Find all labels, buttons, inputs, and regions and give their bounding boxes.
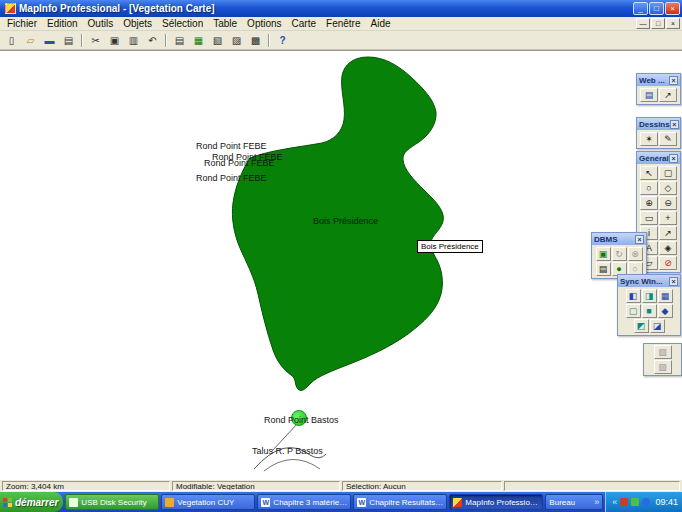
mdi-minimize-icon[interactable]: — bbox=[636, 18, 650, 29]
maximize-icon[interactable]: □ bbox=[649, 2, 664, 15]
undo-button[interactable]: ↶ bbox=[143, 33, 162, 48]
marquee-select-button[interactable]: ▢ bbox=[659, 166, 677, 180]
pan-button[interactable]: + bbox=[659, 211, 677, 225]
close-icon[interactable]: × bbox=[635, 235, 644, 244]
clone-view-button[interactable]: ■ bbox=[642, 304, 657, 318]
menu-fichier[interactable]: Fichier bbox=[2, 17, 42, 31]
select-tool-button[interactable]: ↖ bbox=[640, 166, 658, 180]
symbol-style-button[interactable]: ✶ bbox=[640, 132, 658, 146]
menu-bar: Fichier Edition Outils Objets Sélection … bbox=[0, 17, 682, 31]
clear-view-button[interactable]: ◪ bbox=[650, 319, 665, 333]
radius-select-button[interactable]: ○ bbox=[640, 181, 658, 195]
menu-objets[interactable]: Objets bbox=[118, 17, 157, 31]
map-label: Rond Point FEBE bbox=[204, 158, 275, 168]
paste-button[interactable]: ▥ bbox=[124, 33, 143, 48]
hotlink-button[interactable]: ↗ bbox=[659, 88, 677, 102]
print-button[interactable]: ▤ bbox=[59, 33, 78, 48]
zoom-out-button[interactable]: ⊖ bbox=[659, 196, 677, 210]
status-zoom[interactable]: Zoom: 3,404 km bbox=[2, 481, 170, 491]
close-icon[interactable]: × bbox=[670, 120, 679, 129]
hotlink-tool-button[interactable]: ↗ bbox=[659, 226, 677, 240]
new-map-button[interactable]: ▦ bbox=[189, 33, 208, 48]
mdi-close-icon[interactable]: × bbox=[666, 18, 680, 29]
zoom-in-button[interactable]: ⊕ bbox=[640, 196, 658, 210]
new-table-button[interactable]: ▯ bbox=[2, 33, 21, 48]
tile-windows-button[interactable]: ◧ bbox=[626, 289, 641, 303]
map-label: Rond Point Bastos bbox=[264, 415, 339, 425]
start-button[interactable]: démarrer bbox=[0, 492, 63, 512]
open-table-button[interactable]: ▱ bbox=[21, 33, 40, 48]
word-document-icon: W bbox=[357, 498, 366, 507]
new-browser-button[interactable]: ▤ bbox=[170, 33, 189, 48]
taskbar-item-usb-disk-security[interactable]: USB Disk Security bbox=[65, 494, 159, 510]
taskbar-item-vegetation-cuy[interactable]: Vegetation CUY bbox=[161, 494, 255, 510]
taskbar-toolbar-bureau[interactable]: Bureau » bbox=[545, 494, 603, 510]
close-icon[interactable]: × bbox=[669, 154, 678, 163]
menu-table[interactable]: Table bbox=[208, 17, 242, 31]
task-label: Vegetation CUY bbox=[177, 498, 234, 507]
menu-options[interactable]: Options bbox=[242, 17, 286, 31]
change-view-button[interactable]: ▭ bbox=[640, 211, 658, 225]
polygon-select-button[interactable]: ◇ bbox=[659, 181, 677, 195]
close-icon[interactable]: × bbox=[669, 76, 678, 85]
palette-title: DBMS bbox=[594, 235, 618, 244]
close-icon[interactable]: × bbox=[665, 2, 680, 15]
palette-title: Web ... bbox=[639, 76, 665, 85]
graph-select-button[interactable]: ▧ bbox=[654, 345, 672, 359]
system-tray: « 09:41 bbox=[605, 492, 682, 512]
tray-security-icon[interactable] bbox=[620, 498, 628, 506]
open-webpage-button[interactable]: ▤ bbox=[640, 88, 658, 102]
entire-layer-button[interactable]: ◩ bbox=[634, 319, 649, 333]
title-bar[interactable]: MapInfo Professional - [Vegetation Carte… bbox=[0, 0, 682, 17]
tray-antivirus-icon[interactable] bbox=[631, 498, 639, 506]
cut-button[interactable]: ✂ bbox=[86, 33, 105, 48]
sync-off-button[interactable]: ▢ bbox=[626, 304, 641, 318]
menu-outils[interactable]: Outils bbox=[83, 17, 119, 31]
dbms-toolbar-titlebar[interactable]: DBMS × bbox=[592, 233, 646, 245]
graph-inspect-button[interactable]: ▨ bbox=[654, 360, 672, 374]
help-button[interactable]: ? bbox=[273, 33, 292, 48]
web-toolbar-titlebar[interactable]: Web ... × bbox=[637, 74, 680, 86]
sync-on-button[interactable]: ▦ bbox=[658, 289, 673, 303]
drag-map-button[interactable]: ◈ bbox=[659, 241, 677, 255]
close-icon[interactable]: × bbox=[669, 277, 678, 286]
clip-region-button[interactable]: ⊘ bbox=[659, 256, 677, 270]
mdi-restore-icon[interactable]: □ bbox=[651, 18, 665, 29]
start-label: démarrer bbox=[15, 497, 58, 508]
chevron-left-icon[interactable]: « bbox=[612, 497, 617, 507]
map-tooltip: Bois Présidence bbox=[417, 240, 483, 253]
taskbar-item-chapitre-3[interactable]: W Chapitre 3 matériel ... bbox=[257, 494, 351, 510]
copy-button[interactable]: ▣ bbox=[105, 33, 124, 48]
open-dbms-table-button[interactable]: ▣ bbox=[596, 247, 611, 261]
general-toolbar-titlebar[interactable]: Général × bbox=[637, 152, 680, 164]
taskbar-item-mapinfo[interactable]: MapInfo Professiona... bbox=[449, 494, 543, 510]
map-canvas[interactable] bbox=[0, 51, 682, 480]
new-graph-button[interactable]: ▧ bbox=[208, 33, 227, 48]
menu-selection[interactable]: Sélection bbox=[157, 17, 208, 31]
reshape-button[interactable]: ✎ bbox=[659, 132, 677, 146]
standard-toolbar: ▯ ▱ ▬ ▤ ✂ ▣ ▥ ↶ ▤ ▦ ▧ ▨ ▩ ? bbox=[0, 31, 682, 50]
previous-view-button[interactable]: ◆ bbox=[658, 304, 673, 318]
menu-edition[interactable]: Edition bbox=[42, 17, 83, 31]
new-layout-button[interactable]: ▨ bbox=[227, 33, 246, 48]
save-table-button[interactable]: ▬ bbox=[40, 33, 59, 48]
status-selection[interactable]: Sélection: Aucun bbox=[342, 481, 502, 491]
update-dbms-button[interactable]: ▤ bbox=[596, 262, 611, 276]
new-redistrict-button[interactable]: ▩ bbox=[246, 33, 265, 48]
sync-windows-toolbar-titlebar[interactable]: Sync Win... × bbox=[618, 275, 680, 287]
dbms-toolbar: DBMS × ▣ ↻ ⊗ ▤ ● ○ bbox=[591, 232, 647, 279]
palette-title: Général bbox=[639, 154, 669, 163]
chevron-right-icon[interactable]: » bbox=[594, 497, 599, 507]
dessins-toolbar-titlebar[interactable]: Dessins × bbox=[637, 118, 680, 130]
taskbar-item-chapitre-resultats[interactable]: W Chapitre Resultats e... bbox=[353, 494, 447, 510]
cascade-windows-button[interactable]: ◨ bbox=[642, 289, 657, 303]
menu-fenetre[interactable]: Fenêtre bbox=[321, 17, 365, 31]
menu-aide[interactable]: Aide bbox=[366, 17, 396, 31]
menu-carte[interactable]: Carte bbox=[287, 17, 321, 31]
refresh-dbms-button[interactable]: ↻ bbox=[612, 247, 627, 261]
unlink-dbms-button[interactable]: ⊗ bbox=[628, 247, 643, 261]
tray-network-icon[interactable] bbox=[642, 498, 650, 506]
minimize-icon[interactable]: _ bbox=[633, 2, 648, 15]
status-editable[interactable]: Modifiable: Vegetation bbox=[172, 481, 340, 491]
status-bar: Zoom: 3,404 km Modifiable: Vegetation Sé… bbox=[0, 480, 682, 492]
